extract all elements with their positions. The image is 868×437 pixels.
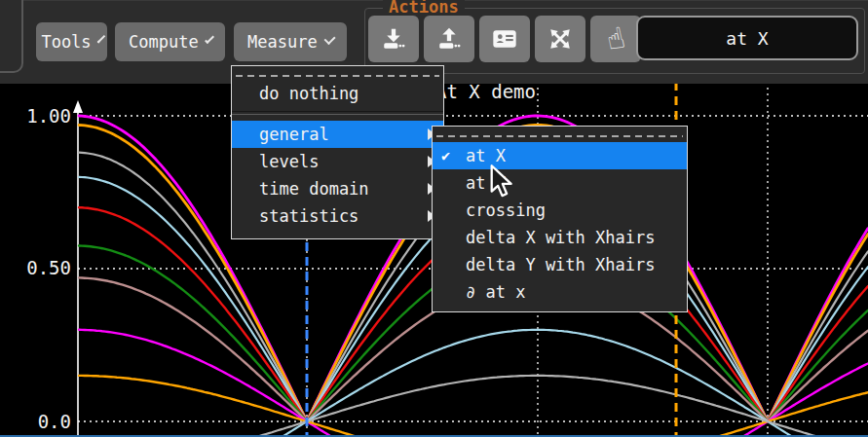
ytick-0: 0.0 [11,411,71,432]
general-submenu: ✔ at X at Y crossing delta X with Xhairs… [432,126,688,312]
tools-menu-button[interactable]: Tools [36,22,107,61]
submenu-item-derivative-at-x[interactable]: ∂ at x [433,278,687,306]
submenu-item-delta-x[interactable]: delta X with Xhairs [433,224,687,251]
chevron-down-icon [323,33,335,45]
menu-item-levels[interactable]: levels [232,148,443,175]
measure-label: Measure [247,32,318,52]
measure-menu-button[interactable]: Measure [234,22,347,61]
checkmark-icon: ✔ [441,147,450,164]
measure-mode-field[interactable]: at X [636,16,858,60]
expand-button[interactable] [535,16,585,62]
compute-label: Compute [129,32,199,52]
contact-card-button[interactable] [479,16,530,62]
chevron-down-icon [205,34,214,44]
measure-menu: do nothing general levels time domain st… [231,65,444,239]
menu-separator [232,111,443,115]
submenu-item-at-x[interactable]: ✔ at X [433,142,687,169]
submenu-item-at-y[interactable]: at Y [433,169,687,197]
menu-item-time-domain[interactable]: time domain [232,175,443,202]
ytick-1: 1.00 [11,105,71,127]
left-groupbox-fragment [0,0,23,73]
compute-menu-button[interactable]: Compute [115,22,225,61]
contact-card-icon [491,25,518,53]
menu-item-do-nothing[interactable]: do nothing [232,80,443,107]
plot-title: At X demo [435,82,536,102]
submenu-item-crossing[interactable]: crossing [433,197,687,224]
menu-item-statistics[interactable]: statistics [232,202,443,230]
menu-item-general[interactable]: general [232,121,443,148]
expand-icon [547,26,573,52]
mouse-cursor-icon [489,164,514,200]
measure-mode-value: at X [726,28,768,49]
hand-pointer-icon: ☝ [604,22,627,55]
tools-label: Tools [41,32,91,52]
ytick-0-5: 0.50 [11,257,71,278]
submenu-item-delta-y[interactable]: delta Y with Xhairs [433,251,687,278]
actions-groupbox-label: Actions [383,0,465,17]
app-window: At X demo 1.00 0.50 0.0 Tools Compute Me… [0,0,868,437]
download-button[interactable] [368,16,419,62]
upload-icon [436,26,462,52]
upload-button[interactable] [424,16,474,62]
chevron-down-icon [96,35,104,43]
pick-button[interactable]: ☝ [590,16,641,62]
actions-groupbox: Actions [364,8,865,74]
download-icon [381,26,406,52]
